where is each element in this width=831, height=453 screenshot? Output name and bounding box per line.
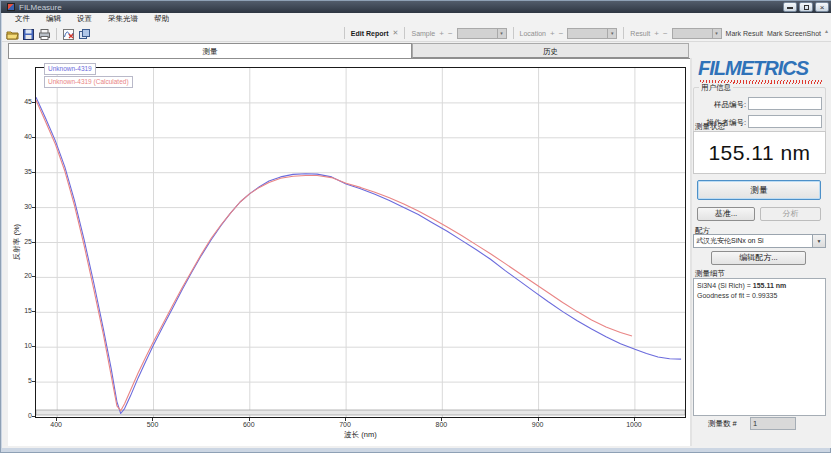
result-add-button[interactable]: + (654, 29, 659, 38)
chevron-down-icon[interactable]: ▼ (812, 235, 825, 247)
details-line-thickness: Si3N4 (Si Rich) = 155.11 nm (697, 281, 822, 291)
sample-select[interactable]: ▾ (457, 28, 507, 39)
measurement-count-input[interactable] (750, 417, 796, 430)
open-folder-icon[interactable] (6, 27, 19, 40)
screenshot-icon[interactable] (78, 27, 91, 40)
recipe-select[interactable]: 武汉光安伦SiNx on Si ▼ (693, 234, 826, 248)
chevron-down-icon: ▾ (497, 29, 506, 38)
y-tick-mark (32, 381, 35, 382)
location-remove-button[interactable]: − (559, 29, 564, 38)
menu-item-settings[interactable]: 设置 (69, 14, 100, 24)
y-tick-label: 5 (14, 377, 32, 384)
legend-entry: Unknown-4319 (Calculated) (44, 76, 133, 88)
chart-scrollbar[interactable] (36, 410, 685, 415)
plot-area (35, 67, 686, 418)
minimize-icon (787, 7, 793, 9)
chevron-down-icon: ▾ (607, 29, 616, 38)
filmetrics-logo: FILMETRICS (698, 57, 808, 80)
x-tick-mark (441, 418, 442, 421)
y-tick-mark (32, 346, 35, 347)
thickness-value: 155.11 nm (708, 141, 810, 165)
chart-legend: Unknown-4319Unknown-4319 (Calculated) (44, 63, 133, 88)
location-select[interactable]: ▾ (567, 28, 617, 39)
x-tick-mark (152, 418, 153, 421)
acquire-spectrum-icon[interactable] (62, 27, 75, 40)
series-unknown-4319-calculated- (36, 100, 632, 411)
close-button[interactable]: × (815, 2, 829, 12)
x-tick-label: 400 (41, 421, 71, 428)
analyze-button[interactable]: 分析 (760, 207, 821, 221)
toolbar-overflow-chevron-icon[interactable]: ▴ (825, 27, 828, 34)
sample-id-label: 样品编号: (696, 100, 746, 110)
edit-report-close-icon[interactable]: ✕ (393, 29, 399, 37)
sample-add-button[interactable]: + (439, 29, 444, 38)
series-unknown-4319 (36, 97, 681, 413)
y-tick-mark (32, 137, 35, 138)
legend-entry: Unknown-4319 (44, 63, 96, 75)
measure-button[interactable]: 测量 (697, 180, 821, 200)
y-tick-label: 25 (14, 238, 32, 245)
control-panel: FILMETRICS 用户信息 样品编号: 操作者编号: 测量状态 155.11… (692, 42, 829, 447)
sample-label: Sample (411, 30, 435, 37)
tab-measure[interactable]: 测量 (8, 43, 412, 58)
sample-remove-button[interactable]: − (448, 29, 453, 38)
measure-details-box: Si3N4 (Si Rich) = 155.11 nm Goodness of … (693, 278, 826, 416)
y-tick-mark (32, 102, 35, 103)
y-tick-mark (32, 242, 35, 243)
recipe-selected-value: 武汉光安伦SiNx on Si (694, 236, 812, 246)
mark-result-button[interactable]: Mark Result (726, 30, 763, 37)
edit-recipe-button[interactable]: 编辑配方... (711, 251, 806, 265)
result-label: Result (630, 30, 650, 37)
toolbar-separator (56, 28, 57, 40)
filmeasure-window: FILMeasure × 文件 编辑 设置 采集光谱 帮助 (0, 0, 831, 453)
details-line-gof: Goodness of fit = 0.99335 (697, 291, 822, 301)
baseline-button[interactable]: 基准... (697, 207, 755, 221)
restore-button[interactable] (799, 2, 813, 12)
operator-id-input[interactable] (748, 115, 822, 128)
y-tick-mark (32, 207, 35, 208)
x-tick-label: 500 (137, 421, 167, 428)
measurement-count-label: 测量数 # (708, 419, 737, 429)
menu-item-edit[interactable]: 编辑 (38, 14, 69, 24)
y-tick-label: 15 (14, 307, 32, 314)
user-info-title: 用户信息 (699, 83, 733, 93)
thickness-result-box: 155.11 nm (693, 131, 826, 174)
app-icon (7, 3, 15, 11)
result-remove-button[interactable]: − (663, 29, 668, 38)
y-tick-label: 45 (14, 98, 32, 105)
save-icon[interactable] (22, 27, 35, 40)
x-tick-label: 800 (426, 421, 456, 428)
plot-canvas (36, 68, 685, 417)
x-tick-mark (538, 418, 539, 421)
y-tick-label: 20 (14, 272, 32, 279)
sample-id-input[interactable] (748, 97, 822, 110)
x-tick-label: 900 (523, 421, 553, 428)
x-tick-mark (56, 418, 57, 421)
report-separator (623, 27, 624, 39)
x-tick-label: 1000 (619, 421, 649, 428)
x-tick-label: 700 (330, 421, 360, 428)
menu-bar: 文件 编辑 设置 采集光谱 帮助 (2, 13, 831, 25)
chevron-down-icon: ▾ (712, 29, 721, 38)
menu-item-help[interactable]: 帮助 (146, 14, 177, 24)
y-tick-label: 35 (14, 168, 32, 175)
mark-screenshot-button[interactable]: Mark ScreenShot (767, 30, 821, 37)
minimize-button[interactable] (783, 2, 797, 12)
edit-report-button[interactable]: Edit Report (351, 30, 389, 37)
report-separator (344, 27, 345, 39)
location-add-button[interactable]: + (550, 29, 555, 38)
location-label: Location (520, 30, 546, 37)
print-icon[interactable] (38, 27, 51, 40)
x-tick-mark (249, 418, 250, 421)
menu-item-acquire-spectrum[interactable]: 采集光谱 (100, 14, 146, 24)
report-separator (513, 27, 514, 39)
y-tick-mark (32, 276, 35, 277)
x-tick-label: 600 (234, 421, 264, 428)
main-area: 测量 历史 Unknown-4319Unknown-4319 (Calculat… (2, 42, 831, 448)
menu-item-file[interactable]: 文件 (7, 14, 38, 24)
y-tick-label: 0 (14, 412, 32, 419)
y-tick-label: 10 (14, 342, 32, 349)
y-tick-mark (32, 172, 35, 173)
result-select[interactable]: ▾ (672, 28, 722, 39)
tab-history[interactable]: 历史 (412, 43, 689, 58)
